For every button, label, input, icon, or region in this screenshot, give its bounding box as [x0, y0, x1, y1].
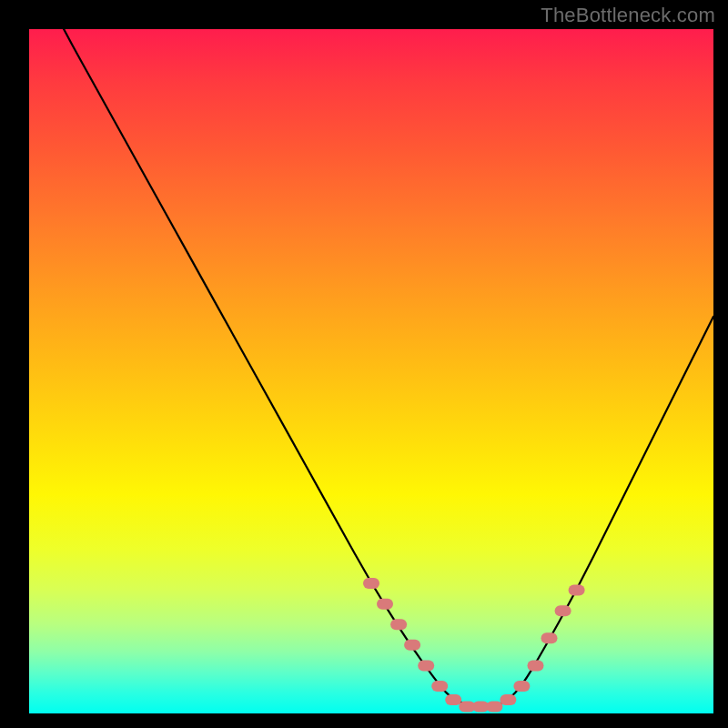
marker-point	[445, 694, 461, 705]
attribution-label: TheBottleneck.com	[541, 4, 715, 27]
marker-point	[486, 702, 502, 713]
marker-point	[472, 702, 489, 713]
chart-svg	[29, 29, 713, 713]
marker-point	[459, 702, 475, 713]
marker-point	[377, 599, 393, 610]
marker-point	[555, 605, 571, 616]
marker-point	[404, 640, 420, 651]
marker-group	[363, 578, 585, 712]
marker-point	[528, 660, 544, 671]
marker-point	[541, 632, 558, 643]
marker-point	[513, 681, 530, 692]
marker-point	[500, 694, 516, 705]
marker-point	[390, 619, 407, 630]
bottleneck-curve-path	[29, 29, 713, 707]
marker-point	[363, 578, 379, 589]
marker-point	[569, 585, 585, 596]
marker-point	[431, 681, 448, 692]
marker-point	[418, 660, 434, 671]
plot-area	[27, 27, 715, 715]
